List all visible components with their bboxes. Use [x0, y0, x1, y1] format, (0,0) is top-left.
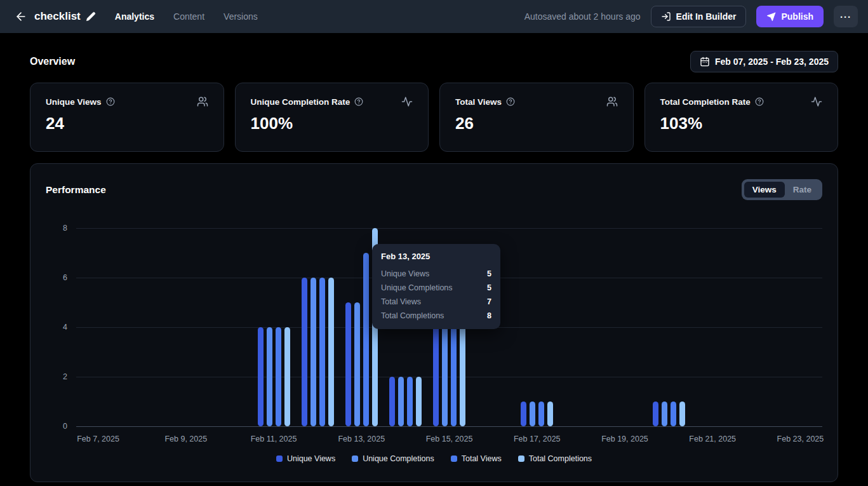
stat-card-total-views: Total Views 26	[439, 83, 634, 152]
autosave-status: Autosaved about 2 hours ago	[524, 11, 641, 22]
tab-versions[interactable]: Versions	[224, 11, 258, 22]
bar-total-completions[interactable]	[679, 402, 685, 426]
publish-button[interactable]: Publish	[756, 6, 824, 27]
y-axis-tick-label: 2	[63, 372, 67, 381]
bar-unique-completions[interactable]	[354, 302, 360, 426]
tooltip-label: Total Completions	[381, 311, 444, 320]
bar-unique-completions[interactable]	[267, 327, 272, 426]
y-axis-tick-label: 4	[63, 323, 67, 332]
bar-unique-completions[interactable]	[310, 278, 316, 426]
users-icon	[197, 96, 208, 107]
stat-card-unique-views: Unique Views 24	[30, 83, 224, 152]
help-circle-icon[interactable]	[506, 97, 515, 106]
y-axis-tick-label: 0	[63, 422, 67, 431]
bar-total-views[interactable]	[407, 377, 413, 426]
legend-label: Unique Views	[287, 454, 335, 463]
legend-label: Total Completions	[529, 454, 592, 463]
back-button[interactable]	[10, 6, 32, 27]
bar-unique-views[interactable]	[258, 327, 264, 426]
tab-analytics[interactable]: Analytics	[115, 11, 154, 22]
document-title: checklist	[34, 10, 96, 23]
activity-icon	[401, 96, 413, 107]
bar-total-views[interactable]	[363, 253, 369, 426]
log-in-icon	[661, 11, 671, 22]
toggle-rate[interactable]: Rate	[785, 182, 820, 198]
publish-label: Publish	[781, 11, 813, 22]
edit-in-builder-button[interactable]: Edit In Builder	[651, 6, 747, 27]
bar-unique-completions[interactable]	[662, 402, 667, 426]
bar-total-views[interactable]	[538, 402, 544, 426]
bar-chart: 02468 Feb 13, 2025 Unique Views 5 Unique…	[46, 228, 822, 426]
stat-label: Total Completion Rate	[660, 97, 751, 107]
document-name: checklist	[34, 10, 81, 23]
y-axis-tick-label: 6	[63, 273, 67, 282]
bar-unique-completions[interactable]	[398, 377, 404, 426]
more-options-button[interactable]: ···	[834, 6, 858, 27]
edit-pencil-icon[interactable]	[86, 11, 96, 22]
help-circle-icon[interactable]	[106, 97, 115, 106]
top-bar: checklist Analytics Content Versions Aut…	[0, 0, 868, 33]
x-axis-tick-label: Feb 13, 2025	[338, 435, 385, 443]
tooltip-label: Unique Views	[381, 269, 429, 278]
tooltip-label: Total Views	[381, 297, 421, 306]
bar-unique-views[interactable]	[345, 302, 351, 426]
bar-total-completions[interactable]	[416, 377, 422, 426]
legend-item: Total Completions	[518, 454, 592, 463]
plot-area: Feb 13, 2025 Unique Views 5 Unique Compl…	[76, 228, 822, 426]
legend-swatch-icon	[451, 456, 457, 462]
help-circle-icon[interactable]	[354, 97, 363, 106]
page-title: Overview	[30, 56, 75, 67]
y-axis-tick-label: 8	[63, 224, 67, 233]
stat-label: Total Views	[455, 97, 502, 107]
help-circle-icon[interactable]	[755, 97, 764, 106]
tooltip-value: 5	[487, 283, 491, 292]
views-rate-toggle: Views Rate	[742, 179, 822, 200]
bar-total-views[interactable]	[671, 402, 676, 426]
nav-tabs: Analytics Content Versions	[115, 11, 258, 22]
legend-swatch-icon	[352, 456, 358, 462]
bar-total-completions[interactable]	[284, 327, 290, 426]
users-icon	[606, 96, 618, 107]
toggle-views[interactable]: Views	[744, 182, 785, 198]
bar-total-completions[interactable]	[547, 402, 553, 426]
tooltip-value: 8	[487, 311, 491, 320]
chart-legend: Unique ViewsUnique CompletionsTotal View…	[46, 454, 822, 463]
stat-value: 100%	[251, 114, 413, 133]
legend-label: Unique Completions	[363, 454, 434, 463]
bar-total-completions[interactable]	[328, 278, 334, 426]
tooltip-value: 7	[487, 297, 491, 306]
stat-value: 26	[455, 114, 618, 133]
legend-item: Unique Views	[276, 454, 335, 463]
gridline	[76, 377, 822, 377]
send-icon	[766, 12, 776, 22]
stat-card-unique-completion-rate: Unique Completion Rate 100%	[235, 83, 429, 152]
stat-value: 24	[46, 114, 208, 133]
bar-unique-views[interactable]	[653, 402, 658, 426]
x-axis-tick-label: Feb 15, 2025	[426, 435, 473, 443]
bar-unique-views[interactable]	[521, 402, 526, 426]
x-axis: Feb 7, 2025Feb 9, 2025Feb 11, 2025Feb 13…	[76, 435, 822, 449]
y-axis: 02468	[46, 228, 76, 426]
bar-unique-views[interactable]	[389, 377, 395, 426]
bar-total-views[interactable]	[276, 327, 281, 426]
date-range-label: Feb 07, 2025 - Feb 23, 2025	[715, 57, 829, 67]
x-axis-tick-label: Feb 23, 2025	[777, 435, 824, 443]
stat-value: 103%	[660, 114, 823, 133]
date-range-picker[interactable]: Feb 07, 2025 - Feb 23, 2025	[690, 51, 838, 72]
x-axis-tick-label: Feb 9, 2025	[164, 435, 207, 443]
tooltip-label: Unique Completions	[381, 283, 453, 292]
x-axis-tick-label: Feb 17, 2025	[514, 435, 561, 443]
x-axis-tick-label: Feb 7, 2025	[77, 435, 119, 443]
gridline	[76, 228, 822, 229]
bar-unique-views[interactable]	[302, 278, 307, 426]
x-axis-line	[76, 426, 822, 427]
bar-total-views[interactable]	[319, 278, 325, 426]
tooltip-value: 5	[487, 269, 491, 278]
legend-item: Total Views	[451, 454, 502, 463]
bar-unique-completions[interactable]	[530, 402, 535, 426]
tab-content[interactable]: Content	[173, 11, 204, 22]
chart-tooltip: Feb 13, 2025 Unique Views 5 Unique Compl…	[372, 244, 500, 329]
x-axis-tick-label: Feb 21, 2025	[689, 435, 736, 443]
x-axis-tick-label: Feb 11, 2025	[251, 435, 297, 443]
stat-card-total-completion-rate: Total Completion Rate 103%	[644, 83, 839, 152]
